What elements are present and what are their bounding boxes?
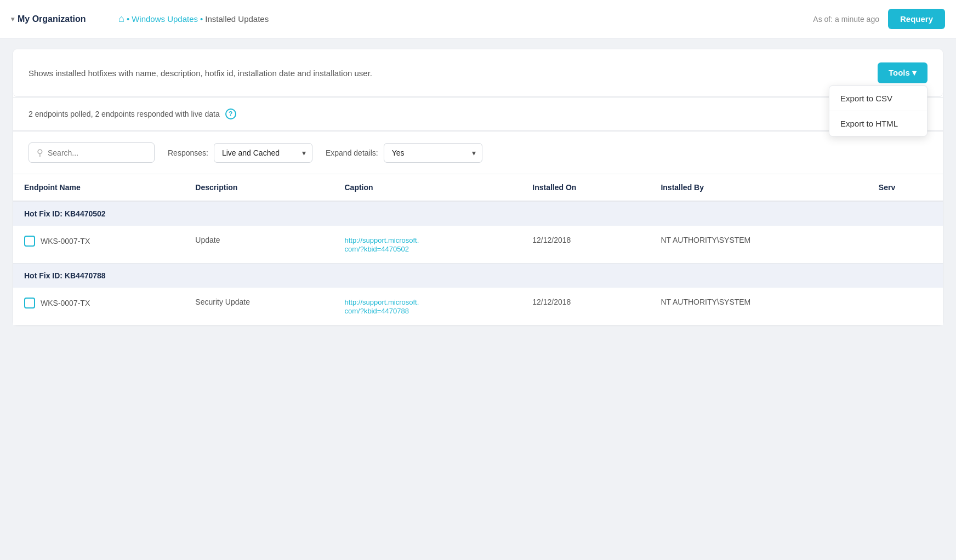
endpoint-name: WKS-0007-TX <box>41 237 90 245</box>
table-row: WKS-0007-TX Update http://support.micros… <box>13 226 943 264</box>
tools-dropdown-wrapper: Tools ▾ Export to CSV Export to HTML <box>878 62 927 83</box>
cell-serv <box>868 288 943 325</box>
expand-filter-group: Expand details: Yes No <box>326 143 482 163</box>
cell-endpoint: WKS-0007-TX <box>13 226 184 264</box>
requery-button[interactable]: Requery <box>888 9 945 29</box>
group-label: Hot Fix ID: <box>24 209 62 218</box>
table-group-row: Hot Fix ID: KB4470788 <box>13 264 943 288</box>
row-checkbox[interactable] <box>24 236 35 247</box>
content-card: Shows installed hotfixes with name, desc… <box>13 49 943 325</box>
breadcrumb: ⌂ • Windows Updates • Installed Updates <box>118 13 804 25</box>
col-installed-on: Installed On <box>521 174 650 201</box>
search-icon: ⚲ <box>37 147 43 158</box>
col-description: Description <box>184 174 333 201</box>
export-csv-item[interactable]: Export to CSV <box>829 86 927 111</box>
cell-endpoint: WKS-0007-TX <box>13 288 184 325</box>
table-group-row: Hot Fix ID: KB4470502 <box>13 201 943 226</box>
cell-description: Update <box>184 226 333 264</box>
tools-button[interactable]: Tools ▾ <box>878 62 927 83</box>
table-card: Endpoint Name Description Caption Instal… <box>13 174 943 325</box>
data-table: Endpoint Name Description Caption Instal… <box>13 174 943 325</box>
stats-card: 2 endpoints polled, 2 endpoints responde… <box>13 98 943 131</box>
col-endpoint-name: Endpoint Name <box>13 174 184 201</box>
cell-installed-by: NT AUTHORITY\SYSTEM <box>650 226 867 264</box>
info-icon[interactable]: ? <box>225 108 236 119</box>
responses-select[interactable]: Live and Cached Live Only Cached Only <box>214 143 312 163</box>
cell-caption: http://support.microsoft.com/?kbid=44705… <box>333 226 521 264</box>
breadcrumb-sep: • <box>127 14 129 24</box>
expand-label: Expand details: <box>326 148 378 157</box>
as-of-label: As of: a minute ago <box>813 15 879 24</box>
cell-serv <box>868 226 943 264</box>
breadcrumb-sep2: • <box>200 14 203 24</box>
search-box: ⚲ <box>29 142 155 163</box>
expand-select-wrapper: Yes No <box>384 143 482 163</box>
home-icon[interactable]: ⌂ <box>118 13 124 25</box>
responses-filter-group: Responses: Live and Cached Live Only Cac… <box>168 143 312 163</box>
cell-caption: http://support.microsoft.com/?kbid=44707… <box>333 288 521 325</box>
breadcrumb-link[interactable]: Windows Updates <box>132 14 198 24</box>
stats-text: 2 endpoints polled, 2 endpoints responde… <box>29 110 220 118</box>
expand-select[interactable]: Yes No <box>384 143 482 163</box>
group-label: Hot Fix ID: <box>24 271 62 280</box>
table-row: WKS-0007-TX Security Update http://suppo… <box>13 288 943 325</box>
chevron-down-icon: ▾ <box>11 15 14 23</box>
org-label: My Organization <box>18 14 86 24</box>
description-card: Shows installed hotfixes with name, desc… <box>13 49 943 97</box>
search-input[interactable] <box>48 148 146 157</box>
cell-description: Security Update <box>184 288 333 325</box>
filters-card: ⚲ Responses: Live and Cached Live Only C… <box>13 132 943 174</box>
cell-installed-on: 12/12/2018 <box>521 226 650 264</box>
top-bar: ▾ My Organization ⌂ • Windows Updates • … <box>0 0 956 38</box>
description-text: Shows installed hotfixes with name, desc… <box>29 68 372 78</box>
cell-installed-by: NT AUTHORITY\SYSTEM <box>650 288 867 325</box>
tools-dropdown-menu: Export to CSV Export to HTML <box>829 85 927 136</box>
table-header-row: Endpoint Name Description Caption Instal… <box>13 174 943 201</box>
org-selector[interactable]: ▾ My Organization <box>11 14 110 24</box>
responses-select-wrapper: Live and Cached Live Only Cached Only <box>214 143 312 163</box>
group-value: KB4470788 <box>65 271 106 280</box>
main-content: Shows installed hotfixes with name, desc… <box>0 38 956 336</box>
row-checkbox[interactable] <box>24 298 35 308</box>
col-serv: Serv <box>868 174 943 201</box>
export-html-item[interactable]: Export to HTML <box>829 111 927 136</box>
responses-label: Responses: <box>168 148 208 157</box>
col-installed-by: Installed By <box>650 174 867 201</box>
cell-installed-on: 12/12/2018 <box>521 288 650 325</box>
col-caption: Caption <box>333 174 521 201</box>
breadcrumb-current: Installed Updates <box>205 14 269 24</box>
group-value: KB4470502 <box>65 209 106 218</box>
endpoint-name: WKS-0007-TX <box>41 299 90 307</box>
